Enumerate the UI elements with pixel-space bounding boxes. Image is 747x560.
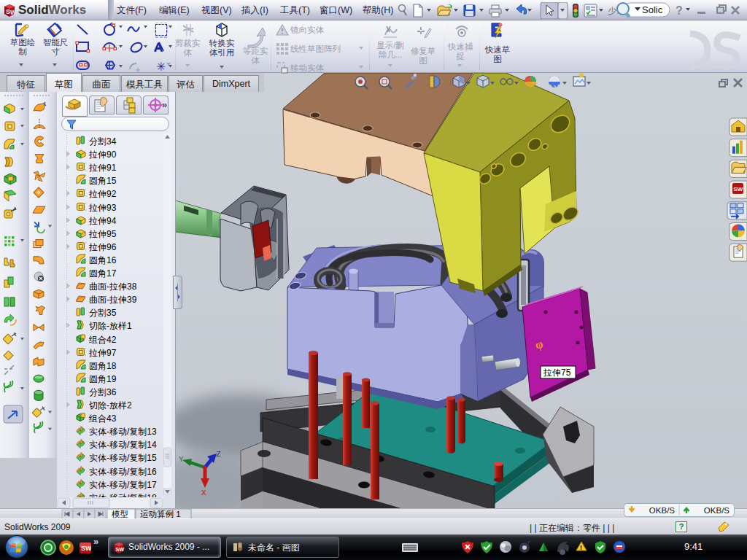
svg-text:W: W (10, 9, 17, 16)
svg-text:运动算例 1: 运动算例 1 (140, 510, 181, 518)
svg-text:SW: SW (734, 186, 743, 192)
svg-text:OKB/S: OKB/S (704, 506, 729, 515)
svg-text:Z: Z (216, 450, 221, 459)
svg-text:拉伸75: 拉伸75 (543, 368, 571, 378)
svg-text:SW: SW (81, 545, 91, 552)
svg-text:!: ! (580, 544, 582, 551)
svg-text:?: ? (676, 4, 683, 17)
svg-text:Y: Y (179, 455, 184, 464)
svg-text:OKB/S: OKB/S (649, 506, 675, 515)
svg-text:Solic: Solic (642, 4, 663, 15)
svg-text:模型: 模型 (112, 510, 128, 518)
svg-text:SW: SW (116, 546, 125, 553)
svg-text:X: X (201, 489, 206, 497)
